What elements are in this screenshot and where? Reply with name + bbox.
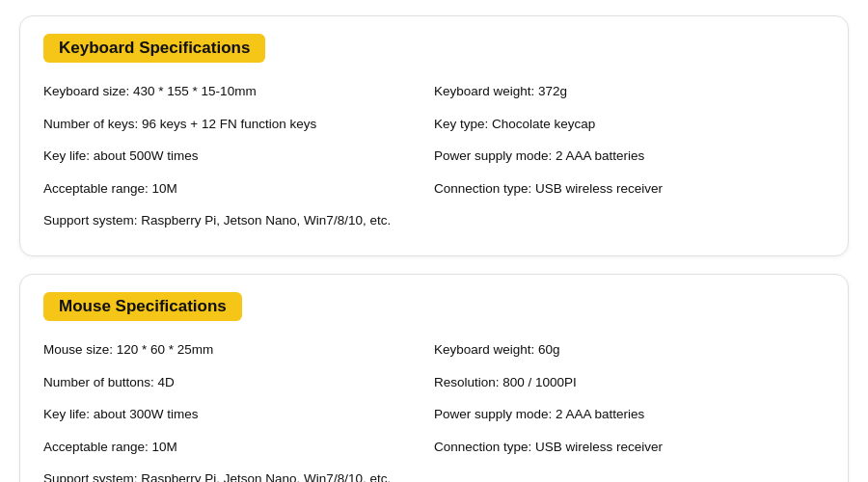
mouse-spec-left-1: Number of buttons: 4D <box>43 369 434 396</box>
keyboard-spec-right-3: Connection type: USB wireless receiver <box>434 175 825 202</box>
mouse-support: Support system: Raspberry Pi, Jetson Nan… <box>43 466 825 482</box>
mouse-card: Mouse Specifications Mouse size: 120 * 6… <box>19 274 849 482</box>
mouse-title: Mouse Specifications <box>43 292 242 321</box>
mouse-spec-right-3: Connection type: USB wireless receiver <box>434 434 825 461</box>
mouse-spec-left-3: Acceptable range: 10M <box>43 434 434 461</box>
mouse-spec-grid: Mouse size: 120 * 60 * 25mm Keyboard wei… <box>43 336 825 482</box>
mouse-spec-right-1: Resolution: 800 / 1000PI <box>434 369 825 396</box>
keyboard-spec-right-1: Key type: Chocolate keycap <box>434 111 825 138</box>
keyboard-spec-left-0: Keyboard size: 430 * 155 * 15-10mm <box>43 78 434 105</box>
mouse-spec-right-2: Power supply mode: 2 AAA batteries <box>434 401 825 428</box>
keyboard-spec-left-2: Key life: about 500W times <box>43 143 434 170</box>
mouse-spec-right-0: Keyboard weight: 60g <box>434 336 825 363</box>
keyboard-spec-grid: Keyboard size: 430 * 155 * 15-10mm Keybo… <box>43 78 825 234</box>
keyboard-support: Support system: Raspberry Pi, Jetson Nan… <box>43 207 825 234</box>
keyboard-spec-left-1: Number of keys: 96 keys + 12 FN function… <box>43 111 434 138</box>
keyboard-title: Keyboard Specifications <box>43 34 265 63</box>
keyboard-spec-left-3: Acceptable range: 10M <box>43 175 434 202</box>
keyboard-spec-right-0: Keyboard weight: 372g <box>434 78 825 105</box>
keyboard-spec-right-2: Power supply mode: 2 AAA batteries <box>434 143 825 170</box>
mouse-spec-left-2: Key life: about 300W times <box>43 401 434 428</box>
keyboard-card: Keyboard Specifications Keyboard size: 4… <box>19 15 849 256</box>
mouse-spec-left-0: Mouse size: 120 * 60 * 25mm <box>43 336 434 363</box>
